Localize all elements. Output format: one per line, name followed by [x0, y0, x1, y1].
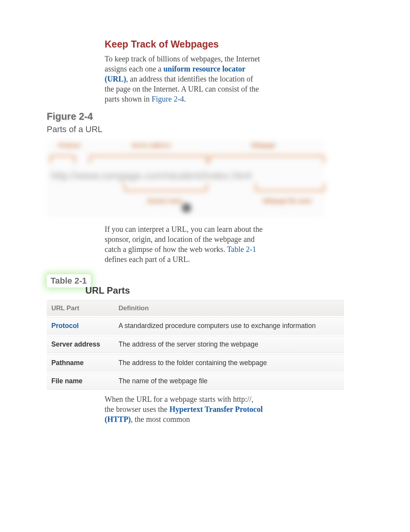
table-cell-def: The name of the webpage file [114, 372, 344, 390]
figure-annotation-server: Server address [132, 142, 171, 148]
figure-url-text: http://www.cengage.com/student/index.htm… [51, 170, 321, 182]
table-row: File name The name of the webpage file [47, 372, 344, 390]
table-cell-part-server: Server address [47, 336, 114, 353]
table-row: Protocol A standardized procedure comput… [47, 317, 344, 335]
table-header-part: URL Part [47, 300, 114, 316]
figure-annotation-filename: Webpage file name [263, 198, 312, 204]
figure-label: Figure 2-4 [47, 111, 363, 122]
table-label: Table 2-1 [51, 276, 87, 286]
section-heading: Keep Track of Webpages [105, 39, 363, 50]
table-cell-part-filename: File name [47, 372, 114, 390]
figure-annotation-protocol: Protocol [58, 142, 80, 148]
table-cell-def: A standardized procedure computers use t… [114, 317, 344, 335]
text-fragment: . [184, 95, 186, 103]
paragraph-interpret: If you can interpret a URL, you can lear… [105, 224, 263, 264]
text-fragment: defines each part of a URL. [105, 255, 190, 263]
table-header-row: URL Part Definition [47, 300, 344, 316]
table-cell-part-pathname: Pathname [47, 354, 114, 372]
table-cell-part-protocol[interactable]: Protocol [47, 317, 114, 335]
figure-annotation-webpage: Webpage [251, 142, 275, 148]
figure-annotation-domain: Domain name [147, 198, 183, 204]
figure-caption: Parts of a URL [47, 124, 363, 134]
page-content: Keep Track of Webpages To keep track of … [47, 39, 363, 424]
intro-paragraph: To keep track of billions of webpages, t… [105, 54, 263, 104]
play-icon[interactable] [182, 203, 191, 212]
table-reference-link[interactable]: Table 2-1 [227, 245, 256, 253]
paragraph-http: When the URL for a webpage starts with h… [105, 394, 263, 424]
table-row: Pathname The address to the folder conta… [47, 354, 344, 372]
table-cell-def: The address of the server storing the we… [114, 336, 344, 353]
table-row: Server address The address of the server… [47, 336, 344, 353]
text-fragment: , the most common [131, 415, 190, 423]
table-cell-def: The address to the folder containing the… [114, 354, 344, 372]
table-header-def: Definition [114, 300, 344, 316]
url-parts-table: URL Part Definition Protocol A standardi… [47, 299, 344, 391]
figure-image[interactable]: Protocol Server address Webpage http://w… [47, 140, 325, 217]
table-title: URL Parts [85, 285, 363, 296]
table-label-badge: Table 2-1 [47, 274, 91, 287]
figure-reference-link[interactable]: Figure 2-4 [152, 95, 184, 103]
